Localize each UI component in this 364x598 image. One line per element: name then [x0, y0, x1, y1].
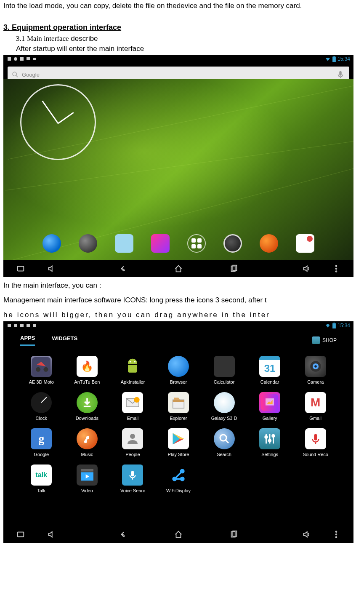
- svg-point-26: [134, 361, 136, 363]
- app-label: Downloads: [70, 416, 104, 421]
- volume-up-icon[interactable]: [301, 530, 311, 539]
- recent-icon[interactable]: [229, 264, 239, 273]
- svg-point-42: [265, 436, 268, 438]
- app-item[interactable]: Play Store: [157, 428, 200, 457]
- app-label: AE 3D Moto: [24, 379, 58, 384]
- app-label: Play Store: [162, 452, 195, 457]
- dock-music-icon[interactable]: [260, 234, 278, 253]
- app-item[interactable]: Browser: [157, 356, 200, 384]
- svg-rect-5: [333, 56, 335, 57]
- app-item[interactable]: AnTuTu Ben: [66, 356, 109, 384]
- app-item[interactable]: ApkInstaller: [112, 356, 154, 384]
- notif-icon: [7, 323, 12, 328]
- status-time: 15:34: [337, 56, 350, 62]
- galaxy-icon: [214, 392, 235, 413]
- subsection-word: describe: [71, 35, 98, 43]
- svg-rect-19: [33, 324, 36, 327]
- wifi-icon: [168, 465, 189, 486]
- app-label: WiFiDisplay: [162, 488, 195, 493]
- play-icon: [168, 428, 189, 449]
- moto-icon: [31, 356, 52, 377]
- home-icon[interactable]: [174, 264, 183, 273]
- app-item[interactable]: Galaxy S3 D: [203, 392, 245, 421]
- svg-point-43: [268, 439, 271, 442]
- app-item[interactable]: talkTalk: [20, 465, 63, 493]
- svg-point-14: [336, 271, 337, 272]
- volume-down-icon[interactable]: [46, 264, 56, 273]
- notif-icon: [7, 56, 12, 61]
- app-item[interactable]: Email: [112, 392, 154, 421]
- drawer-tabs: APPS WIDGETS SHOP: [3, 330, 353, 349]
- caption-line-1: In the main interface, you can :: [3, 280, 361, 292]
- volume-down-icon[interactable]: [46, 530, 56, 539]
- tab-widgets[interactable]: WIDGETS: [52, 335, 77, 345]
- clock-widget[interactable]: [20, 84, 96, 160]
- recent-icon[interactable]: [229, 530, 239, 539]
- shop-button[interactable]: SHOP: [312, 336, 337, 344]
- svg-rect-54: [18, 532, 24, 537]
- dock-browser-icon[interactable]: [43, 234, 61, 253]
- svg-rect-0: [8, 57, 11, 61]
- intro-paragraph: Into the load mode, you can copy, delete…: [3, 0, 361, 11]
- status-left-2: [7, 323, 37, 328]
- nav-bar-2: [3, 526, 353, 543]
- menu-icon[interactable]: [332, 530, 341, 539]
- app-item[interactable]: Search: [203, 428, 245, 457]
- dock-settings-icon[interactable]: [79, 234, 97, 253]
- dock-gallery-icon[interactable]: [151, 234, 170, 253]
- app-item[interactable]: gGoogle: [20, 428, 63, 457]
- svg-point-37: [220, 435, 226, 441]
- app-item[interactable]: Downloads: [66, 392, 109, 421]
- app-item[interactable]: Sound Reco: [294, 428, 337, 457]
- app-item[interactable]: Video: [66, 465, 109, 493]
- minute-hand: [42, 101, 58, 124]
- browser-icon: [168, 356, 189, 377]
- dock-camera-icon[interactable]: [223, 234, 242, 253]
- app-item[interactable]: Clock: [20, 392, 63, 421]
- search-input[interactable]: [43, 72, 332, 78]
- clock-icon: [31, 392, 52, 413]
- antutu-icon: [77, 356, 98, 377]
- dock-email-icon[interactable]: [296, 234, 314, 253]
- svg-rect-8: [339, 71, 342, 76]
- app-label: Email: [116, 416, 149, 421]
- dock-apps-icon[interactable]: [187, 234, 206, 253]
- app-item[interactable]: 31Calendar: [249, 356, 291, 384]
- app-label: Music: [70, 452, 104, 457]
- app-item[interactable]: Camera: [294, 356, 337, 384]
- calc-icon: [214, 356, 235, 377]
- app-item[interactable]: Settings: [249, 428, 291, 457]
- app-item[interactable]: Gallery: [249, 392, 291, 421]
- back-icon[interactable]: [118, 264, 128, 273]
- menu-icon[interactable]: [332, 264, 341, 273]
- back-icon[interactable]: [118, 530, 128, 539]
- mic-icon[interactable]: [336, 70, 345, 79]
- search-icon: [12, 71, 19, 78]
- email-icon: [122, 392, 143, 413]
- svg-rect-45: [314, 434, 317, 440]
- svg-point-57: [336, 531, 337, 532]
- volume-up-icon[interactable]: [301, 264, 311, 273]
- screenshot-icon[interactable]: [16, 530, 25, 539]
- clock-face: [20, 84, 96, 160]
- app-item[interactable]: Voice Searc: [112, 465, 154, 493]
- app-item[interactable]: Gmail: [294, 392, 337, 421]
- tab-apps[interactable]: APPS: [20, 335, 35, 346]
- app-label: Search: [207, 452, 241, 457]
- app-item[interactable]: AE 3D Moto: [20, 356, 63, 384]
- subsection-heading: 3.1 Main interface describe: [16, 35, 361, 43]
- app-item[interactable]: Explorer: [157, 392, 200, 421]
- app-label: Sound Reco: [299, 452, 332, 457]
- app-label: Voice Searc: [116, 488, 149, 493]
- home-icon[interactable]: [174, 530, 183, 539]
- app-item[interactable]: WiFiDisplay: [157, 465, 200, 493]
- app-item[interactable]: Calculator: [203, 356, 245, 384]
- app-item[interactable]: People: [112, 428, 154, 457]
- soundrec-icon: [305, 428, 326, 449]
- screenshot-icon[interactable]: [16, 264, 25, 273]
- section-heading: 3. Equipment operation interface: [3, 23, 361, 32]
- dock-explorer-icon[interactable]: [115, 234, 133, 253]
- app-item[interactable]: Music: [66, 428, 109, 457]
- svg-point-23: [36, 367, 40, 372]
- section-number: 3.: [3, 23, 10, 32]
